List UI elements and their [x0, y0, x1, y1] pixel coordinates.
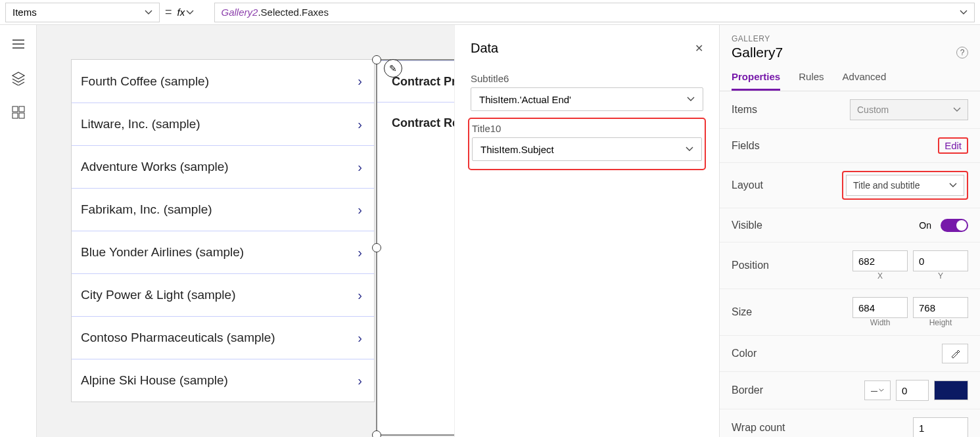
- chevron-down-icon: [145, 9, 152, 16]
- data-panel: Data ✕ Subtitle6 ThisItem.'Actual End' T…: [454, 25, 719, 437]
- items-dropdown[interactable]: Custom: [850, 99, 968, 120]
- gallery-accounts[interactable]: Fourth Coffee (sample)› Litware, Inc. (s…: [71, 59, 375, 402]
- chevron-right-icon: ›: [358, 245, 362, 260]
- prop-row-color: Color: [720, 336, 980, 372]
- prop-row-layout: Layout Title and subtitle: [720, 163, 980, 208]
- border-width-input[interactable]: 0: [896, 380, 929, 401]
- data-panel-title: Data: [471, 41, 498, 56]
- chevron-down-icon: [953, 106, 961, 114]
- size-width-input[interactable]: 684: [852, 297, 908, 318]
- property-name: Items: [12, 7, 37, 18]
- control-name: Gallery7: [732, 45, 783, 60]
- properties-header: GALLERY Gallery7 ?: [720, 25, 980, 60]
- visible-toggle[interactable]: [941, 219, 968, 232]
- equals-sign: =: [165, 5, 172, 19]
- formula-input[interactable]: Gallery2.Selected.Faxes: [214, 3, 975, 22]
- control-type-label: GALLERY: [732, 34, 968, 43]
- toggle-state-label: On: [919, 220, 931, 231]
- property-dropdown[interactable]: Items: [5, 3, 160, 22]
- layout-dropdown[interactable]: Title and subtitle: [846, 175, 964, 196]
- border-color-picker[interactable]: [934, 380, 968, 400]
- formula-bar: Items = fx Gallery2.Selected.Faxes: [0, 0, 980, 25]
- prop-row-border: Border — 0: [720, 372, 980, 409]
- border-style-dropdown[interactable]: —: [864, 380, 891, 400]
- svg-rect-3: [19, 113, 24, 118]
- help-icon[interactable]: ?: [956, 47, 968, 58]
- formula-text: Gallery2.Selected.Faxes: [222, 7, 329, 18]
- canvas-area[interactable]: Fourth Coffee (sample)› Litware, Inc. (s…: [37, 25, 719, 437]
- field-label: Subtitle6: [471, 73, 703, 84]
- tab-advanced[interactable]: Advanced: [843, 71, 887, 91]
- chevron-down-icon: [949, 181, 957, 189]
- paint-icon: [950, 348, 960, 359]
- layout-highlight: Title and subtitle: [842, 171, 968, 200]
- size-height-input[interactable]: 768: [913, 297, 968, 318]
- position-x-label: X: [852, 271, 908, 281]
- position-y-label: Y: [913, 271, 968, 281]
- list-item[interactable]: Contoso Pharmaceuticals (sample)›: [72, 316, 374, 359]
- color-picker[interactable]: [942, 344, 968, 363]
- prop-row-position: Position 682 X 0 Y: [720, 242, 980, 289]
- layers-icon[interactable]: [11, 71, 26, 85]
- wrapcount-input[interactable]: 1: [913, 417, 968, 437]
- resize-handle[interactable]: [372, 55, 381, 64]
- prop-row-fields: Fields Edit: [720, 129, 980, 163]
- chevron-down-icon: [960, 9, 968, 16]
- prop-row-visible: Visible On: [720, 208, 980, 242]
- chevron-right-icon: ›: [358, 288, 362, 303]
- fx-label: fx: [177, 7, 185, 18]
- list-item[interactable]: City Power & Light (sample)›: [72, 273, 374, 316]
- prop-row-items: Items Custom: [720, 91, 980, 129]
- prop-label: Items: [732, 104, 757, 116]
- edit-pencil-icon[interactable]: ✎: [384, 59, 402, 78]
- prop-label: Fields: [732, 140, 760, 152]
- prop-row-wrapcount: Wrap count 1: [720, 409, 980, 437]
- chevron-right-icon: ›: [358, 373, 362, 388]
- chevron-down-icon: [687, 95, 695, 103]
- grid-icon[interactable]: [11, 105, 26, 120]
- main-layout: Fourth Coffee (sample)› Litware, Inc. (s…: [0, 25, 980, 437]
- svg-rect-0: [12, 106, 18, 112]
- resize-handle[interactable]: [372, 430, 381, 437]
- chevron-right-icon: ›: [358, 117, 362, 132]
- prop-label: Visible: [732, 219, 762, 231]
- resize-handle[interactable]: [372, 243, 381, 252]
- list-item[interactable]: Blue Yonder Airlines (sample)›: [72, 231, 374, 273]
- prop-label: Color: [732, 348, 757, 359]
- position-x-input[interactable]: 682: [852, 250, 908, 271]
- svg-rect-2: [12, 113, 18, 118]
- list-item[interactable]: Alpine Ski House (sample)›: [72, 359, 374, 402]
- field-group-highlighted: Title10 ThisItem.Subject: [468, 118, 706, 170]
- properties-panel: GALLERY Gallery7 ? Properties Rules Adva…: [719, 25, 980, 437]
- svg-rect-1: [19, 106, 24, 112]
- left-rail: [0, 25, 37, 437]
- menu-icon[interactable]: [11, 37, 26, 51]
- position-y-input[interactable]: 0: [913, 250, 968, 271]
- edit-fields-link[interactable]: Edit: [938, 137, 968, 154]
- prop-label: Wrap count: [732, 422, 785, 434]
- list-item[interactable]: Fourth Coffee (sample)›: [72, 60, 374, 103]
- tab-properties[interactable]: Properties: [732, 71, 780, 91]
- properties-tabs: Properties Rules Advanced: [720, 71, 980, 91]
- list-item[interactable]: Adventure Works (sample)›: [72, 145, 374, 188]
- list-item[interactable]: Litware, Inc. (sample)›: [72, 103, 374, 145]
- list-item[interactable]: Fabrikam, Inc. (sample)›: [72, 188, 374, 231]
- chevron-right-icon: ›: [358, 202, 362, 218]
- properties-body: Items Custom Fields Edit Layout Title an…: [720, 91, 980, 437]
- size-height-label: Height: [913, 318, 968, 327]
- close-icon[interactable]: ✕: [695, 42, 703, 55]
- data-panel-header: Data ✕: [455, 25, 719, 64]
- tab-rules[interactable]: Rules: [799, 71, 824, 91]
- chevron-right-icon: ›: [358, 74, 362, 89]
- prop-label: Border: [732, 384, 763, 396]
- prop-row-size: Size 684 Width 768 Height: [720, 289, 980, 336]
- fx-button[interactable]: fx: [177, 3, 209, 22]
- chevron-down-icon: [186, 9, 194, 16]
- chevron-right-icon: ›: [358, 160, 362, 175]
- field-dropdown[interactable]: ThisItem.'Actual End': [471, 87, 703, 111]
- chevron-right-icon: ›: [358, 331, 362, 346]
- field-dropdown[interactable]: ThisItem.Subject: [472, 137, 702, 161]
- prop-label: Position: [732, 260, 769, 271]
- field-label: Title10: [472, 123, 702, 134]
- chevron-down-icon: [686, 145, 693, 153]
